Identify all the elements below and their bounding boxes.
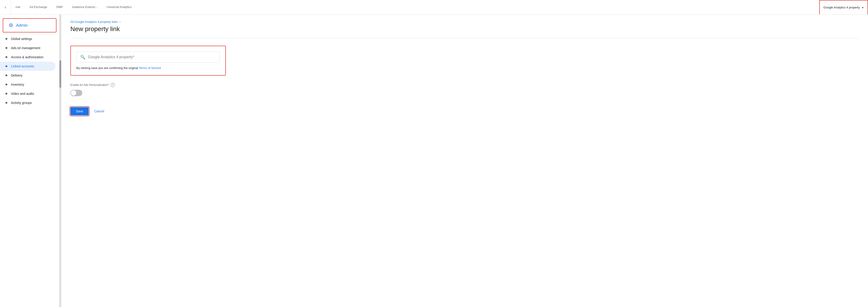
sidebar-dot bbox=[5, 93, 7, 95]
ads-personalization-label: Enable for Ads Personalization* ? bbox=[70, 83, 226, 87]
sidebar-dot bbox=[5, 56, 7, 58]
admin-icon: ⚙ bbox=[9, 22, 13, 28]
search-icon: 🔍 bbox=[80, 55, 85, 60]
ads-personalization-toggle[interactable] bbox=[70, 90, 82, 96]
back-button[interactable]: ‹ bbox=[0, 0, 11, 14]
breadcrumb: All Google Analytics 4 property links › bbox=[70, 20, 859, 24]
sidebar-item-label: Inventory bbox=[11, 83, 24, 86]
sidebar-dot bbox=[5, 38, 7, 40]
back-icon: ‹ bbox=[5, 5, 6, 10]
sidebar-dot bbox=[5, 83, 7, 86]
ga4-property-search-input[interactable] bbox=[88, 55, 216, 59]
main-layout: ⚙ Admin Global settings Ads.txt manageme… bbox=[0, 14, 868, 307]
sidebar-item-linked-accounts[interactable]: Linked accounts bbox=[0, 62, 56, 71]
sidebar-item-label: Video and audio bbox=[11, 92, 34, 96]
tab-bar: nse Ad Exchange DMP Audience Extensi... … bbox=[11, 0, 868, 14]
sidebar: ⚙ Admin Global settings Ads.txt manageme… bbox=[0, 14, 59, 307]
action-buttons: Save Cancel bbox=[70, 107, 859, 115]
top-nav: ‹ nse Ad Exchange DMP Audience Extensi..… bbox=[0, 0, 868, 14]
main-content: All Google Analytics 4 property links › … bbox=[61, 14, 868, 307]
ads-personalization-section: Enable for Ads Personalization* ? bbox=[70, 83, 226, 96]
sidebar-item-label: Delivery bbox=[11, 73, 23, 77]
tos-text: By clicking save you are confirming the … bbox=[76, 66, 220, 70]
tab-dmp[interactable]: DMP bbox=[52, 0, 67, 14]
tab-nse[interactable]: nse bbox=[11, 0, 25, 14]
sidebar-dot bbox=[5, 74, 7, 76]
sidebar-item-label: Activity groups bbox=[11, 101, 32, 105]
sidebar-dot-active bbox=[5, 65, 7, 67]
search-box: 🔍 bbox=[76, 52, 220, 63]
tab-ga4-dropdown[interactable]: Google Analytics 4 property bbox=[819, 0, 868, 14]
sidebar-item-delivery[interactable]: Delivery bbox=[0, 71, 56, 80]
tos-prefix: By clicking save you are confirming the … bbox=[76, 66, 139, 70]
sidebar-dot bbox=[5, 47, 7, 49]
tab-universal-analytics[interactable]: Universal Analytics bbox=[102, 0, 136, 14]
sidebar-item-activity-groups[interactable]: Activity groups bbox=[0, 98, 56, 107]
sidebar-item-label: Access & authorization bbox=[11, 55, 43, 59]
sidebar-item-inventory[interactable]: Inventory bbox=[0, 80, 56, 89]
divider bbox=[70, 38, 859, 38]
sidebar-header-label: Admin bbox=[16, 23, 28, 28]
help-icon[interactable]: ? bbox=[111, 83, 115, 87]
tab-ga4-label: Google Analytics 4 property bbox=[824, 6, 860, 9]
sidebar-item-label: Global settings bbox=[11, 37, 32, 41]
sidebar-item-ads-txt[interactable]: Ads.txt management bbox=[0, 43, 56, 53]
page-title: New property link bbox=[70, 25, 859, 33]
sidebar-item-video-audio[interactable]: Video and audio bbox=[0, 89, 56, 98]
toggle-thumb bbox=[71, 90, 76, 96]
breadcrumb-link[interactable]: All Google Analytics 4 property links bbox=[70, 20, 118, 24]
tab-audience-extension[interactable]: Audience Extensi... bbox=[67, 0, 102, 14]
cancel-button[interactable]: Cancel bbox=[92, 107, 106, 115]
save-button[interactable]: Save bbox=[70, 107, 89, 115]
tab-ad-exchange[interactable]: Ad Exchange bbox=[25, 0, 52, 14]
sidebar-item-access-auth[interactable]: Access & authorization bbox=[0, 53, 56, 62]
breadcrumb-chevron-icon: › bbox=[120, 20, 120, 24]
sidebar-header[interactable]: ⚙ Admin bbox=[3, 18, 57, 32]
sidebar-dot bbox=[5, 102, 7, 104]
tos-link[interactable]: Terms of Service bbox=[139, 66, 161, 70]
sidebar-item-label: Ads.txt management bbox=[11, 46, 40, 50]
sidebar-item-global-settings[interactable]: Global settings bbox=[0, 34, 56, 43]
scrollbar-thumb[interactable] bbox=[59, 60, 61, 88]
sidebar-item-label: Linked accounts bbox=[11, 64, 34, 68]
scrollbar-track[interactable] bbox=[59, 14, 61, 307]
chevron-down-icon bbox=[862, 6, 864, 9]
form-section: 🔍 By clicking save you are confirming th… bbox=[70, 46, 226, 76]
